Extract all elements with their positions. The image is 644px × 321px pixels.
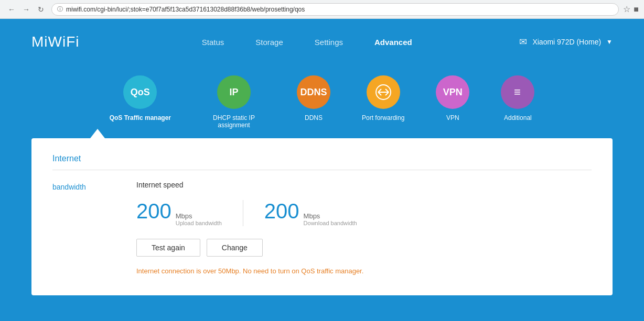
chevron-down-icon[interactable]: ▼ (606, 38, 613, 46)
qos-abbr: QoS (131, 87, 150, 98)
icon-item-ip[interactable]: IP DHCP static IP assignment (202, 75, 265, 129)
download-value: 200 (264, 200, 299, 223)
main-nav: Status Storage Settings Advanced (126, 38, 488, 47)
portfwd-icon-circle (367, 75, 400, 109)
bookmark-icon[interactable]: ☆ (623, 4, 630, 14)
browser-chrome: ← → ↻ ⓘ miwifi.com/cgi-bin/luci/;stok=e7… (0, 0, 644, 19)
icon-item-qos[interactable]: QoS QoS Traffic manager (110, 75, 171, 121)
url-text: miwifi.com/cgi-bin/luci/;stok=e70f7af5f1… (66, 6, 305, 13)
section-title: Internet (52, 154, 592, 170)
extension-icon[interactable]: ■ (634, 5, 639, 14)
icon-item-vpn[interactable]: VPN VPN (436, 75, 469, 121)
internet-speed-title: Internet speed (136, 181, 592, 189)
forward-button[interactable]: → (20, 3, 33, 16)
portfwd-label: Port forwarding (362, 114, 404, 121)
additional-abbr: ≡ (514, 85, 522, 99)
bandwidth-divider (243, 200, 243, 226)
ip-abbr: IP (229, 87, 238, 98)
bandwidth-section: bandwidth Internet speed 200 Mbps Upload… (52, 181, 592, 275)
info-text: Internet connection is over 50Mbp. No ne… (136, 267, 592, 275)
qos-label: QoS Traffic manager (110, 114, 171, 121)
upload-unit-block: Mbps Upload bandwidth (176, 212, 222, 226)
download-unit-block: Mbps Download bandwidth (304, 212, 357, 226)
bandwidth-row: 200 Mbps Upload bandwidth 200 Mbps Downl… (136, 200, 592, 226)
portfwd-icon (375, 84, 392, 101)
download-item: 200 Mbps Download bandwidth (264, 200, 357, 226)
icon-item-portfwd[interactable]: Port forwarding (362, 75, 404, 121)
content-wrapper: Internet bandwidth Internet speed 200 Mb… (0, 129, 644, 306)
header: MiWiFi Status Storage Settings Advanced … (0, 19, 644, 65)
download-unit: Mbps (304, 212, 357, 220)
device-name: Xiaomi 972D (Home) (532, 38, 601, 46)
refresh-button[interactable]: ↻ (35, 3, 47, 16)
upload-unit: Mbps (176, 212, 222, 220)
ip-icon-circle: IP (217, 75, 251, 109)
icon-item-additional[interactable]: ≡ Additional (501, 75, 534, 121)
bandwidth-label: bandwidth (52, 181, 136, 275)
icon-item-ddns[interactable]: DDNS DDNS (297, 75, 330, 121)
vpn-icon-circle: VPN (436, 75, 469, 109)
vpn-abbr: VPN (443, 87, 463, 98)
upload-item: 200 Mbps Upload bandwidth (136, 200, 222, 226)
logo: MiWiFi (31, 34, 94, 50)
upload-desc: Upload bandwidth (176, 220, 222, 226)
ddns-abbr: DDNS (300, 87, 327, 98)
test-again-button[interactable]: Test again (136, 239, 200, 257)
upload-value: 200 (136, 200, 171, 223)
form-content: Internet speed 200 Mbps Upload bandwidth… (136, 181, 592, 275)
download-desc: Download bandwidth (304, 220, 357, 226)
browser-actions: ☆ ■ (623, 4, 639, 14)
mail-icon[interactable]: ✉ (519, 36, 527, 48)
lock-icon: ⓘ (57, 5, 63, 13)
ddns-icon-circle: DDNS (297, 75, 330, 109)
triangle-pointer (90, 129, 105, 138)
vpn-label: VPN (446, 114, 459, 121)
icon-bar: QoS QoS Traffic manager IP DHCP static I… (0, 65, 644, 129)
nav-advanced[interactable]: Advanced (374, 38, 412, 47)
change-button[interactable]: Change (207, 239, 263, 257)
additional-icon-circle: ≡ (501, 75, 534, 109)
qos-icon-circle: QoS (123, 75, 157, 109)
ddns-label: DDNS (305, 114, 323, 121)
nav-buttons: ← → ↻ (5, 3, 47, 16)
button-row: Test again Change (136, 239, 592, 257)
content-card: Internet bandwidth Internet speed 200 Mb… (31, 138, 613, 295)
back-button[interactable]: ← (5, 3, 18, 16)
additional-label: Additional (504, 114, 532, 121)
address-bar[interactable]: ⓘ miwifi.com/cgi-bin/luci/;stok=e70f7af5… (51, 3, 619, 16)
nav-storage[interactable]: Storage (255, 38, 283, 47)
nav-settings[interactable]: Settings (315, 38, 343, 47)
nav-status[interactable]: Status (202, 38, 224, 47)
ip-label: DHCP static IP assignment (202, 114, 265, 129)
header-right: ✉ Xiaomi 972D (Home) ▼ (519, 36, 613, 48)
